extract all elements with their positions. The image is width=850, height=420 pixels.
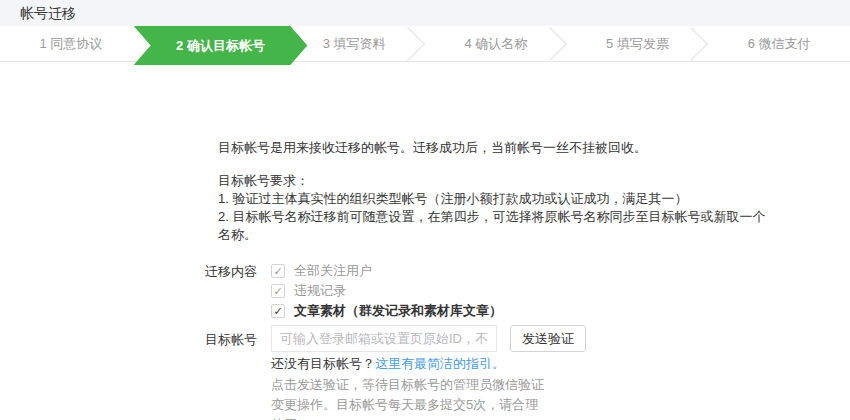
no-target-account-text: 还没有目标帐号？ [271, 356, 375, 371]
guide-link[interactable]: 这里有最简洁的指引。 [375, 356, 505, 371]
checkmark-icon: ✓ [271, 284, 285, 298]
checkbox-all-followers: ✓ 全部关注用户 [271, 261, 502, 281]
step-wechat-pay: 6 微信支付 [708, 26, 850, 61]
target-account-label: 目标帐号 [205, 331, 257, 349]
migrate-content-label: 迁移内容 [205, 263, 257, 281]
option-label: 全部关注用户 [294, 262, 372, 280]
step-confirm-target-active: 2 确认目标帐号 [134, 26, 308, 65]
checkbox-violation-records: ✓ 违规记录 [271, 281, 502, 301]
page-title: 帐号迁移 [0, 0, 850, 26]
step-label-active: 2 确认目标帐号 [176, 37, 265, 55]
step-label: 5 填写发票 [606, 35, 669, 53]
requirement-item: 1. 验证过主体真实性的组织类型帐号（注册小额打款成功或认证成功，满足其一） [218, 190, 774, 208]
requirements-title: 目标帐号要求： [218, 172, 774, 190]
step-agree-protocol: 1 同意协议 [0, 26, 142, 61]
step-label: 3 填写资料 [323, 35, 386, 53]
step-label: 4 确认名称 [464, 35, 527, 53]
requirements-block: 目标帐号要求： 1. 验证过主体真实性的组织类型帐号（注册小额打款成功或认证成功… [218, 172, 774, 244]
target-account-input[interactable] [271, 325, 497, 352]
step-wizard: 1 同意协议 3 填写资料 4 确认名称 5 填写发票 6 微信支付 2 确认目… [0, 26, 850, 62]
step-label: 6 微信支付 [748, 35, 811, 53]
checkbox-article-material[interactable]: ✓ 文章素材（群发记录和素材库文章） [271, 301, 502, 321]
requirement-item: 2. 目标帐号名称迁移前可随意设置，在第四步，可选择将原帐号名称同步至目标帐号或… [218, 208, 774, 244]
option-label: 违规记录 [294, 282, 346, 300]
page-header: 帐号迁移 [0, 0, 850, 26]
checkmark-icon: ✓ [271, 264, 285, 278]
step-label: 1 同意协议 [39, 35, 102, 53]
no-target-account-line: 还没有目标帐号？这里有最简洁的指引。 [271, 355, 505, 373]
account-migration-page: 帐号迁移 1 同意协议 3 填写资料 4 确认名称 5 填写发票 6 微信支付 … [0, 0, 850, 420]
submit-limit-hint: 点击发送验证，等待目标帐号的管理员微信验证变更操作。目标帐号每天最多提交5次，请… [271, 375, 547, 420]
intro-text: 目标帐号是用来接收迁移的帐号。迁移成功后，当前帐号一丝不挂被回收。 [218, 139, 647, 157]
migrate-content-options: ✓ 全部关注用户 ✓ 违规记录 ✓ 文章素材（群发记录和素材库文章） [271, 261, 502, 321]
checkmark-icon[interactable]: ✓ [271, 304, 285, 318]
option-label: 文章素材（群发记录和素材库文章） [294, 302, 502, 320]
send-verification-button[interactable]: 发送验证 [510, 325, 586, 352]
